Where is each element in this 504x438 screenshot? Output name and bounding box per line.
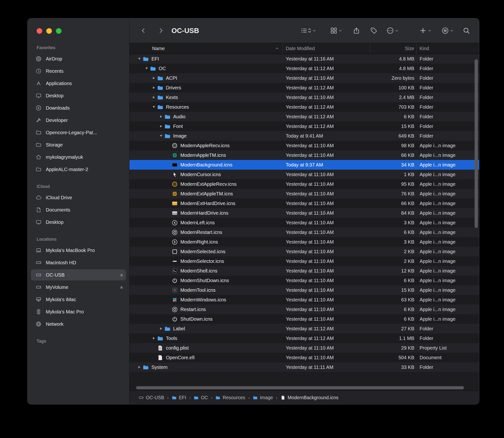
table-row[interactable]: Audio Yesterday at 11:12 AM 6 KB Folder	[129, 112, 479, 121]
table-row[interactable]: Drivers Yesterday at 11:12 AM 100 KB Fol…	[129, 83, 479, 93]
table-row[interactable]: ModernWindows.icns Yesterday at 11:10 AM…	[129, 295, 479, 305]
outlineSq-icon	[172, 248, 178, 255]
table-row[interactable]: Resources Yesterday at 11:12 AM 703 KB F…	[129, 102, 479, 112]
sidebar-item-icloud-drive[interactable]: iCloud Drive	[31, 192, 126, 203]
view-options-button[interactable]	[301, 27, 311, 34]
sidebar-item-applealc-master-2[interactable]: AppleALC-master-2	[31, 164, 126, 175]
table-row[interactable]: ModernBackground.icns Today at 9:37 AM 3…	[129, 160, 479, 170]
path-item-label: OC	[201, 395, 208, 400]
sidebar-item-developer[interactable]: Developer	[31, 115, 126, 126]
table-row[interactable]: ModernShutDown.icns Yesterday at 11:10 A…	[129, 276, 479, 285]
table-row[interactable]: System Yesterday at 11:11 AM 33 KB Folde…	[129, 362, 479, 372]
sidebar-item-opencore-legacy-pat[interactable]: Opencore-Legacy-Pat...	[31, 127, 126, 138]
table-row[interactable]: ACPI Yesterday at 11:10 AM Zero bytes Fo…	[129, 73, 479, 83]
eject-button[interactable]	[119, 273, 124, 277]
sidebar-item-documents[interactable]: Documents	[31, 204, 126, 215]
svg-text:M: M	[444, 29, 447, 33]
disclosure-triangle-open-icon[interactable]	[136, 54, 143, 64]
sidebar-item-airdrop[interactable]: AirDrop	[31, 53, 126, 64]
path-item-image[interactable]: Image	[253, 395, 273, 400]
tags-button[interactable]	[370, 27, 378, 34]
table-row[interactable]: ModernExtAppleTM.icns Yesterday at 11:10…	[129, 189, 479, 198]
disclosure-triangle-closed-icon[interactable]	[151, 83, 157, 93]
table-row[interactable]: config.plist Yesterday at 11:10 AM 29 KB…	[129, 343, 479, 353]
table-row[interactable]: ModernRestart.icns Yesterday at 11:10 AM…	[129, 227, 479, 237]
table-row[interactable]: ModernRight.icns Yesterday at 11:10 AM 3…	[129, 237, 479, 247]
disclosure-triangle-closed-icon[interactable]	[136, 362, 143, 372]
forward-button[interactable]	[158, 27, 164, 34]
sidebar-item-storage[interactable]: Storage	[31, 139, 126, 150]
add-button[interactable]	[419, 27, 427, 34]
table-row[interactable]: Font Yesterday at 11:12 AM 15 KB Folder	[129, 121, 479, 131]
sidebar-item-mykola-s-macbook-pro[interactable]: Mykola’s MacBook Pro	[31, 245, 126, 256]
cell-date-modified: Yesterday at 11:10 AM	[283, 259, 370, 264]
file-name: ModernTool.icns	[180, 287, 216, 293]
table-row[interactable]: Kexts Yesterday at 11:10 AM 2.4 MB Folde…	[129, 93, 479, 102]
disclosure-triangle-closed-icon[interactable]	[151, 73, 157, 83]
sidebar-item-applications[interactable]: Applications	[31, 78, 126, 89]
column-header-kind[interactable]: Kind	[417, 43, 479, 54]
column-header-date[interactable]: Date Modified	[283, 43, 370, 54]
path-item-oc-usb[interactable]: OC-USB	[139, 395, 164, 400]
column-header-name[interactable]: Name	[129, 43, 283, 54]
table-row[interactable]: Image Today at 9:41 AM 649 KB Folder	[129, 131, 479, 141]
profile-button[interactable]: M	[442, 27, 449, 34]
eject-button[interactable]	[119, 285, 124, 290]
table-row[interactable]: OpenCore.efi Yesterday at 11:10 AM 504 K…	[129, 353, 479, 362]
path-item-modernbackground-icns[interactable]: ModernBackground.icns	[280, 395, 338, 400]
table-row[interactable]: ModernTool.icns Yesterday at 11:10 AM 15…	[129, 285, 479, 295]
back-button[interactable]	[140, 27, 147, 34]
sidebar-item-recents[interactable]: Recents	[31, 66, 126, 77]
disclosure-spacer	[165, 150, 172, 160]
sidebar-section-heading: Tags	[27, 337, 129, 345]
close-button[interactable]	[37, 28, 42, 34]
table-row[interactable]: ModernShell.icns Yesterday at 11:10 AM 1…	[129, 266, 479, 276]
table-row[interactable]: ModernExtAppleRecv.icns Yesterday at 11:…	[129, 179, 479, 189]
more-options-button[interactable]	[387, 27, 394, 34]
sidebar-item-desktop[interactable]: Desktop	[31, 90, 126, 101]
path-item-efi[interactable]: EFI	[172, 395, 186, 400]
table-row[interactable]: Tools Yesterday at 11:12 AM 1.1 MB Folde…	[129, 333, 479, 343]
disclosure-triangle-closed-icon[interactable]	[151, 93, 157, 102]
table-row[interactable]: ModernSelector.icns Yesterday at 11:10 A…	[129, 256, 479, 266]
zoom-button[interactable]	[56, 28, 61, 34]
table-row[interactable]: EFI Yesterday at 11:16 AM 4.8 MB Folder	[129, 54, 479, 64]
table-row[interactable]: ModernSelected.icns Yesterday at 11:10 A…	[129, 247, 479, 256]
vertical-scrollbar[interactable]	[475, 59, 478, 228]
disclosure-triangle-closed-icon[interactable]	[158, 121, 164, 131]
sidebar-item-desktop[interactable]: Desktop	[31, 217, 126, 228]
sidebar-item-mykola-s-mac-pro[interactable]: Mykola’s Mac Pro	[31, 306, 126, 317]
disclosure-triangle-closed-icon[interactable]	[158, 112, 164, 121]
path-item-resources[interactable]: Resources	[215, 395, 245, 400]
horizontal-scrollbar[interactable]	[136, 386, 464, 389]
disclosure-triangle-closed-icon[interactable]	[151, 333, 157, 343]
sidebar-item-mykolagrymalyuk[interactable]: mykolagrymalyuk	[31, 152, 126, 163]
sidebar-item-network[interactable]: Network	[31, 318, 126, 329]
sidebar-item-macintosh-hd[interactable]: Macintosh HD	[31, 257, 126, 268]
sidebar-item-oc-usb[interactable]: OC-USB	[31, 269, 126, 280]
table-row[interactable]: Restart.icns Yesterday at 11:10 AM 6 KB …	[129, 305, 479, 314]
search-button[interactable]	[463, 27, 470, 34]
table-row[interactable]: OC Yesterday at 11:12 AM 4.8 MB Folder	[129, 64, 479, 73]
share-button[interactable]	[353, 27, 360, 34]
minimize-button[interactable]	[46, 28, 52, 34]
table-row[interactable]: ModernHardDrive.icns Yesterday at 11:10 …	[129, 208, 479, 218]
group-button[interactable]	[330, 27, 337, 34]
sidebar-item-downloads[interactable]: Downloads	[31, 102, 126, 113]
table-row[interactable]: Label Yesterday at 11:12 AM 27 KB Folder	[129, 324, 479, 333]
disclosure-triangle-open-icon[interactable]	[151, 102, 157, 112]
sidebar-item-mykola-s-imac[interactable]: Mykola’s iMac	[31, 294, 126, 305]
disclosure-triangle-open-icon[interactable]	[158, 131, 164, 141]
disclosure-triangle-closed-icon[interactable]	[158, 324, 164, 333]
disclosure-triangle-open-icon[interactable]	[143, 64, 150, 73]
table-row[interactable]: ModernExtHardDrive.icns Yesterday at 11:…	[129, 198, 479, 208]
path-item-oc[interactable]: OC	[194, 395, 208, 400]
table-row[interactable]: ModernAppleRecv.icns Yesterday at 11:10 …	[129, 141, 479, 150]
column-header-size[interactable]: Size	[370, 43, 417, 54]
table-row[interactable]: ModernCursor.icns Yesterday at 11:10 AM …	[129, 170, 479, 179]
table-row[interactable]: ShutDown.icns Yesterday at 11:10 AM 6 KB…	[129, 314, 479, 324]
cell-size: 6 KB	[370, 278, 417, 283]
table-row[interactable]: ModernLeft.icns Yesterday at 11:10 AM 3 …	[129, 218, 479, 227]
sidebar-item-myvolume[interactable]: MyVolume	[31, 282, 126, 293]
table-row[interactable]: ModernAppleTM.icns Yesterday at 11:10 AM…	[129, 150, 479, 160]
